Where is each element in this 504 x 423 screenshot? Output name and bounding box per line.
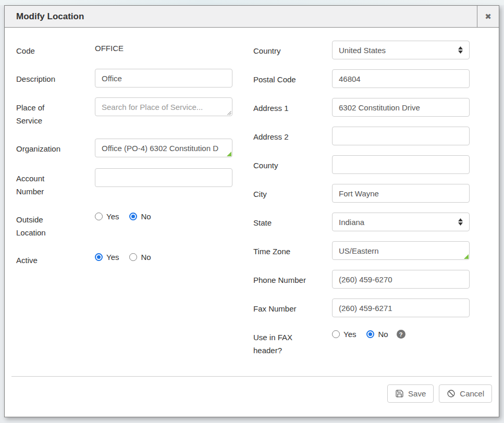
field-row-description: Description	[16, 69, 232, 88]
field-row-county: County	[253, 155, 470, 174]
radio-button-icon[interactable]	[95, 253, 103, 261]
field-row-outside-location: Outside Location Yes No	[16, 209, 232, 239]
radio-option-label: No	[141, 253, 151, 262]
organization-label: Organization	[16, 139, 95, 155]
radio-option-label: Yes	[343, 330, 356, 339]
country-select[interactable]: United States	[332, 41, 470, 59]
county-label: County	[253, 155, 332, 172]
radio-button-icon[interactable]	[366, 330, 374, 338]
postal-code-input[interactable]	[332, 69, 470, 88]
state-select-value: Indiana	[339, 218, 364, 227]
field-row-address1: Address 1	[253, 98, 470, 117]
phone-number-label: Phone Number	[253, 270, 332, 287]
account-number-input[interactable]	[95, 168, 232, 187]
form-column-left: Code OFFICE Description Place of Service	[16, 41, 232, 376]
cancel-button[interactable]: Cancel	[439, 384, 492, 403]
dialog-header: Modify Location ✖	[5, 6, 499, 28]
field-row-country: Country United States	[253, 41, 470, 59]
close-icon: ✖	[485, 12, 491, 21]
country-label: Country	[253, 41, 332, 57]
field-row-city: City	[253, 184, 470, 203]
radio-button-icon[interactable]	[95, 213, 103, 220]
close-button[interactable]: ✖	[477, 6, 499, 27]
address2-input[interactable]	[332, 127, 470, 145]
address1-label: Address 1	[253, 98, 332, 115]
city-input[interactable]	[332, 184, 470, 203]
modify-location-dialog: Modify Location ✖ Code OFFICE Descriptio…	[4, 5, 499, 417]
outside-location-radio-group: Yes No	[95, 209, 232, 221]
description-label: Description	[16, 69, 95, 85]
outside-location-label: Outside Location	[16, 209, 95, 239]
radio-button-icon[interactable]	[129, 253, 137, 261]
field-row-account-number: Account Number	[16, 168, 232, 198]
code-value: OFFICE	[95, 41, 232, 53]
use-in-fax-header-yes-option[interactable]: Yes	[332, 330, 356, 339]
cancel-icon	[447, 389, 456, 398]
field-row-address2: Address 2	[253, 127, 470, 145]
state-select[interactable]: Indiana	[332, 213, 470, 231]
active-yes-option[interactable]: Yes	[95, 253, 119, 262]
select-arrows-icon	[458, 218, 463, 226]
postal-code-label: Postal Code	[253, 69, 332, 86]
page-background	[0, 0, 504, 5]
save-button[interactable]: Save	[387, 384, 434, 403]
field-row-code: Code OFFICE	[16, 41, 232, 57]
active-label: Active	[16, 250, 95, 267]
code-label: Code	[16, 41, 95, 57]
cancel-button-label: Cancel	[460, 389, 484, 398]
radio-option-label: Yes	[106, 253, 119, 262]
phone-number-input[interactable]	[332, 270, 470, 289]
use-in-fax-header-no-option[interactable]: No	[366, 330, 388, 339]
state-label: State	[253, 213, 332, 229]
fax-number-input[interactable]	[332, 298, 470, 317]
dialog-footer: Save Cancel	[11, 376, 492, 417]
field-row-phone-number: Phone Number	[253, 270, 470, 289]
radio-button-icon[interactable]	[332, 330, 340, 338]
fax-number-label: Fax Number	[253, 298, 332, 315]
save-button-label: Save	[408, 389, 426, 398]
radio-option-label: Yes	[106, 212, 119, 221]
description-input[interactable]	[95, 69, 232, 88]
field-row-fax-number: Fax Number	[253, 298, 470, 317]
field-row-use-in-fax-header: Use in FAX header? Yes No ?	[253, 327, 470, 357]
help-icon[interactable]: ?	[397, 330, 405, 339]
time-zone-label: Time Zone	[253, 241, 332, 258]
address1-input[interactable]	[332, 98, 470, 117]
account-number-label: Account Number	[16, 168, 95, 198]
field-row-place-of-service: Place of Service	[16, 97, 232, 127]
dialog-body: Code OFFICE Description Place of Service	[5, 28, 499, 376]
radio-option-label: No	[141, 212, 151, 221]
field-row-organization: Organization	[16, 139, 232, 157]
dialog-title: Modify Location	[5, 6, 477, 27]
place-of-service-label: Place of Service	[16, 97, 95, 127]
organization-input[interactable]	[95, 139, 232, 157]
field-row-active: Active Yes No	[16, 250, 232, 267]
field-row-time-zone: Time Zone	[253, 241, 470, 260]
use-in-fax-header-radio-group: Yes No ?	[332, 327, 470, 339]
active-no-option[interactable]: No	[129, 253, 151, 262]
field-row-postal-code: Postal Code	[253, 69, 470, 88]
outside-location-yes-option[interactable]: Yes	[95, 212, 119, 221]
active-radio-group: Yes No	[95, 250, 232, 262]
radio-option-label: No	[378, 330, 388, 339]
radio-button-icon[interactable]	[129, 213, 137, 220]
county-input[interactable]	[332, 155, 470, 174]
city-label: City	[253, 184, 332, 201]
save-icon	[395, 389, 404, 398]
address2-label: Address 2	[253, 127, 332, 143]
use-in-fax-header-label: Use in FAX header?	[253, 327, 332, 357]
select-arrows-icon	[458, 46, 463, 54]
country-select-value: United States	[339, 46, 386, 55]
place-of-service-input[interactable]	[95, 97, 232, 116]
outside-location-no-option[interactable]: No	[129, 212, 151, 221]
field-row-state: State Indiana	[253, 213, 470, 231]
time-zone-input[interactable]	[332, 241, 470, 260]
form-column-right: Country United States Postal Code	[253, 41, 470, 376]
